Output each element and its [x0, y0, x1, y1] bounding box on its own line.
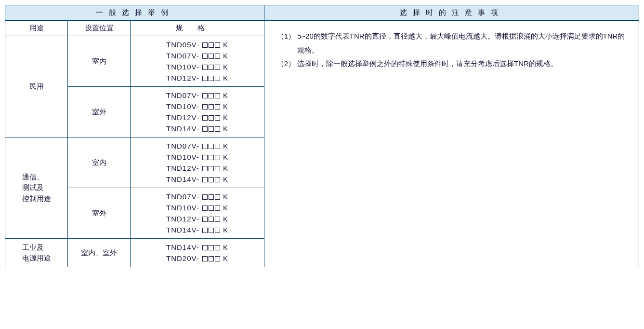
spec-suffix: K — [221, 153, 228, 161]
spec-suffix: K — [221, 192, 228, 201]
spec-prefix: TND07V- — [166, 52, 202, 60]
spec-suffix: K — [221, 124, 228, 133]
placeholder-box-icon — [209, 166, 214, 171]
placeholder-box-icon — [202, 177, 208, 182]
note-text: 5~20的数字代表TNR的直径，直径越大，最大峰值电流越大。请根据浪涌的大小选择… — [297, 29, 627, 57]
spec-prefix: TND20V- — [166, 254, 202, 262]
spec-suffix: K — [221, 243, 228, 251]
spec-line: TND05V- K — [166, 39, 228, 50]
placeholder-box-icon — [215, 115, 220, 121]
placeholder-box-icon — [215, 104, 220, 110]
placeholder-box-icon — [215, 228, 220, 233]
spec-suffix: K — [221, 254, 228, 262]
spec-suffix: K — [221, 175, 228, 183]
placeholder-box-icon — [202, 126, 208, 132]
placeholder-box-icon — [209, 54, 214, 59]
table-subrow: 室外TND07V- KTND10V- KTND12V- KTND14V- K — [68, 188, 264, 238]
spec-suffix: K — [221, 215, 228, 223]
spec-line: TND07V- K — [166, 191, 228, 202]
placeholder-box-icon — [209, 42, 214, 48]
spec-line: TND12V- K — [166, 213, 228, 224]
spec-prefix: TND10V- — [166, 63, 202, 71]
cell-location: 室内 — [68, 137, 131, 188]
cell-use-text: 工业及电源用途 — [16, 242, 57, 264]
placeholder-box-icon — [202, 155, 208, 160]
cell-use: 民用 — [5, 36, 68, 137]
placeholder-box-icon — [209, 126, 214, 132]
cell-use: 工业及电源用途 — [5, 239, 68, 267]
spec-suffix: K — [221, 102, 228, 110]
placeholder-box-icon — [202, 217, 208, 222]
spec-line: TND12V- K — [166, 112, 228, 123]
spec-prefix: TND05V- — [166, 41, 202, 49]
spec-line: TND07V- K — [166, 90, 228, 101]
placeholder-box-icon — [209, 76, 214, 81]
placeholder-box-icon — [202, 76, 208, 81]
table-header-row: 一般选择举例 选择时的注意事项 — [5, 5, 639, 21]
spec-line: TND14V- K — [166, 174, 228, 185]
placeholder-box-icon — [209, 256, 214, 261]
spec-suffix: K — [221, 91, 228, 99]
spec-line: TND14V- K — [166, 242, 228, 253]
note-row: （2）选择时，除一般选择举例之外的特殊使用条件时，请充分考虑后选择TNR的规格。 — [276, 57, 627, 71]
placeholder-box-icon — [202, 54, 208, 59]
notes-panel: （1）5~20的数字代表TNR的直径，直径越大，最大峰值电流越大。请根据浪涌的大… — [264, 21, 639, 267]
spec-suffix: K — [221, 74, 228, 82]
selection-table: 一般选择举例 选择时的注意事项 用途 设置位置 规格 民用室内TND05V- K… — [5, 5, 639, 267]
row-groups: 室内TND05V- KTND07V- KTND10V- KTND12V- K室外… — [68, 36, 264, 137]
cell-location: 室内、室外 — [68, 239, 131, 267]
placeholder-box-icon — [215, 42, 220, 48]
placeholder-box-icon — [209, 65, 214, 70]
table-row: 通信、测试及控制用途室内TND07V- KTND10V- KTND12V- KT… — [5, 137, 264, 239]
spec-prefix: TND07V- — [166, 192, 202, 201]
spec-prefix: TND10V- — [166, 102, 202, 110]
row-groups: 室内、室外TND14V- KTND20V- K — [68, 239, 264, 267]
spec-line: TND10V- K — [166, 202, 228, 213]
placeholder-box-icon — [202, 194, 208, 200]
note-number: （2） — [276, 57, 297, 71]
spec-line: TND07V- K — [166, 140, 228, 151]
spec-line: TND07V- K — [166, 50, 228, 61]
cell-use: 通信、测试及控制用途 — [5, 137, 68, 238]
cell-use-text: 民用 — [24, 81, 50, 92]
spec-prefix: TND14V- — [166, 175, 202, 183]
spec-suffix: K — [221, 226, 228, 234]
col-header-location: 设置位置 — [68, 21, 131, 36]
placeholder-box-icon — [215, 76, 220, 81]
table-body: 用途 设置位置 规格 民用室内TND05V- KTND07V- KTND10V-… — [5, 21, 639, 267]
cell-spec: TND14V- KTND20V- K — [131, 239, 264, 267]
spec-prefix: TND14V- — [166, 243, 202, 251]
spec-prefix: TND07V- — [166, 142, 202, 150]
spec-prefix: TND10V- — [166, 153, 202, 161]
header-left-title: 一般选择举例 — [5, 5, 264, 20]
cell-location: 室外 — [68, 87, 131, 137]
col-header-spec: 规格 — [131, 21, 264, 36]
table-subrow: 室内TND07V- KTND10V- KTND12V- KTND14V- K — [68, 137, 264, 188]
spec-prefix: TND12V- — [166, 164, 202, 172]
cell-location: 室内 — [68, 36, 131, 86]
spec-line: TND14V- K — [166, 224, 228, 235]
spec-line: TND14V- K — [166, 123, 228, 134]
cell-use-text: 通信、测试及控制用途 — [16, 172, 57, 205]
placeholder-box-icon — [202, 115, 208, 121]
spec-prefix: TND07V- — [166, 91, 202, 99]
placeholder-box-icon — [215, 126, 220, 132]
sub-header-row: 用途 设置位置 规格 — [5, 21, 264, 36]
table-subrow: 室内、室外TND14V- KTND20V- K — [68, 239, 264, 267]
placeholder-box-icon — [202, 65, 208, 70]
placeholder-box-icon — [215, 256, 220, 261]
placeholder-box-icon — [209, 115, 214, 121]
placeholder-box-icon — [209, 177, 214, 182]
placeholder-box-icon — [215, 194, 220, 200]
placeholder-box-icon — [209, 104, 214, 110]
placeholder-box-icon — [209, 228, 214, 233]
table-subrow: 室内TND05V- KTND07V- KTND10V- KTND12V- K — [68, 36, 264, 87]
spec-line: TND20V- K — [166, 253, 228, 264]
placeholder-box-icon — [202, 256, 208, 261]
placeholder-box-icon — [209, 194, 214, 200]
placeholder-box-icon — [215, 177, 220, 182]
placeholder-box-icon — [215, 245, 220, 250]
cell-spec: TND07V- KTND10V- KTND12V- KTND14V- K — [131, 188, 264, 238]
cell-location: 室外 — [68, 188, 131, 238]
placeholder-box-icon — [202, 93, 208, 98]
